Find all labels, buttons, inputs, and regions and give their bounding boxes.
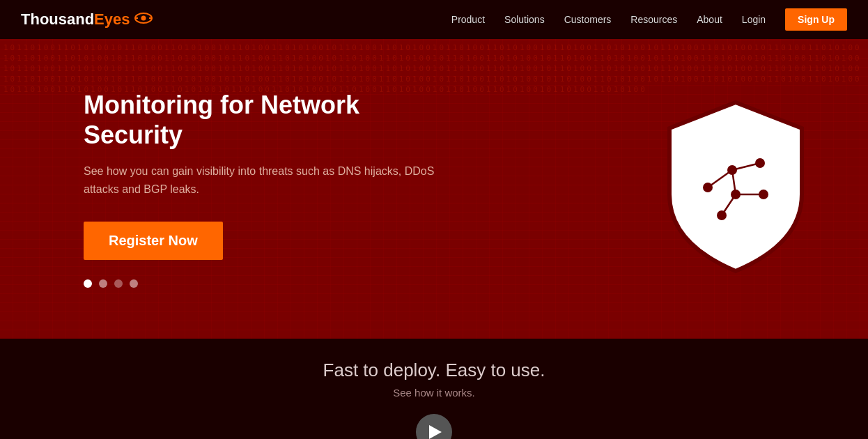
- bottom-section: Fast to deploy. Easy to use. See how it …: [0, 339, 868, 439]
- svg-point-14: [717, 210, 727, 220]
- svg-point-11: [755, 158, 765, 168]
- nav-resources[interactable]: Resources: [630, 13, 677, 26]
- nav-links: Product Solutions Customers Resources Ab…: [451, 8, 847, 31]
- hero-shield-illustration: [659, 97, 812, 281]
- logo-eyes: Eyes: [94, 10, 130, 29]
- nav-about[interactable]: About: [697, 13, 722, 26]
- nav-customers[interactable]: Customers: [564, 13, 612, 26]
- nav-login[interactable]: Login: [742, 13, 766, 26]
- hero-title: Monitoring for Network Security: [84, 90, 446, 150]
- carousel-dot-2[interactable]: [99, 279, 107, 288]
- hero-section: 1011010011010100101101001101010010110100…: [0, 39, 868, 339]
- svg-point-10: [727, 165, 737, 175]
- svg-point-13: [759, 190, 768, 199]
- nav-solutions[interactable]: Solutions: [504, 13, 545, 26]
- hero-text-block: Monitoring for Network Security See how …: [84, 90, 446, 288]
- bottom-title: Fast to deploy. Easy to use.: [323, 360, 545, 381]
- logo-thousand: Thousand: [21, 10, 94, 29]
- signup-button[interactable]: Sign Up: [785, 8, 847, 31]
- register-button[interactable]: Register Now: [84, 222, 223, 260]
- carousel-dot-3[interactable]: [114, 279, 123, 288]
- play-icon: [429, 425, 442, 439]
- hero-subtitle: See how you can gain visibility into thr…: [84, 162, 446, 198]
- svg-point-9: [703, 183, 713, 192]
- bottom-subtitle: See how it works.: [393, 387, 475, 399]
- play-button[interactable]: [416, 414, 452, 439]
- logo-eye-icon: [134, 10, 153, 29]
- svg-point-12: [731, 190, 741, 199]
- navbar: ThousandEyes Product Solutions Customers…: [0, 0, 868, 39]
- hero-content: Monitoring for Network Security See how …: [0, 55, 868, 323]
- logo[interactable]: ThousandEyes: [21, 10, 153, 29]
- carousel-dot-4[interactable]: [130, 279, 138, 288]
- carousel-dot-1[interactable]: [84, 279, 92, 288]
- signup-button-item: Sign Up: [785, 8, 847, 31]
- svg-point-1: [141, 16, 146, 21]
- nav-product[interactable]: Product: [451, 13, 485, 26]
- carousel-dots: [84, 279, 446, 288]
